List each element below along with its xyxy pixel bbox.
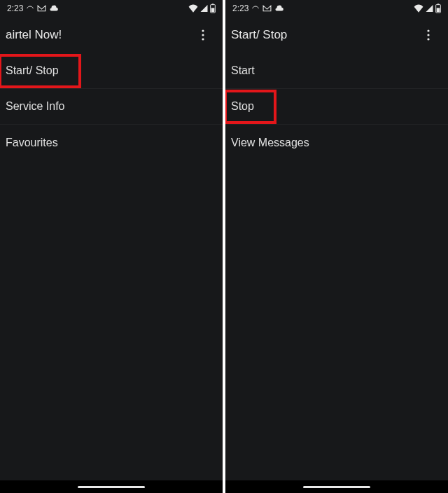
signal-icon xyxy=(425,4,434,13)
navigation-bar xyxy=(225,480,448,493)
svg-rect-2 xyxy=(211,8,215,12)
gmail-icon xyxy=(37,5,46,12)
menu-item-label: Stop xyxy=(231,100,254,113)
menu-item-view-messages[interactable]: View Messages xyxy=(225,125,448,160)
status-time: 2:23 xyxy=(7,4,23,13)
status-right xyxy=(414,4,441,13)
menu-item-service-info[interactable]: Service Info xyxy=(0,89,223,125)
more-options-button[interactable] xyxy=(192,24,214,46)
app-bar: airtel Now! xyxy=(0,17,223,53)
menu-item-label: Service Info xyxy=(6,100,64,113)
app-title: airtel Now! xyxy=(6,28,62,42)
status-bar: 2:23 xyxy=(0,0,223,17)
signal-icon xyxy=(200,4,209,13)
menu-item-stop[interactable]: Stop xyxy=(225,89,448,125)
phone-icon xyxy=(251,4,260,13)
svg-rect-8 xyxy=(437,8,440,12)
phone-icon xyxy=(26,4,34,13)
battery-icon xyxy=(435,4,441,13)
menu-item-label: Favourites xyxy=(6,137,58,149)
cloud-icon xyxy=(49,5,59,12)
menu-list: Start Stop View Messages xyxy=(225,53,448,160)
menu-item-start[interactable]: Start xyxy=(225,53,448,89)
menu-item-favourites[interactable]: Favourites xyxy=(0,125,223,160)
svg-point-10 xyxy=(427,34,429,36)
svg-point-3 xyxy=(202,29,204,32)
status-left: 2:23 xyxy=(7,4,59,13)
svg-point-4 xyxy=(202,34,204,36)
status-time: 2:23 xyxy=(232,4,248,13)
svg-rect-1 xyxy=(212,4,214,4)
svg-point-5 xyxy=(202,38,204,40)
status-right xyxy=(188,4,216,13)
more-options-button[interactable] xyxy=(417,24,440,46)
cloud-icon xyxy=(274,5,284,12)
more-vert-icon xyxy=(202,29,204,41)
menu-item-label: Start/ Stop xyxy=(6,64,59,77)
menu-list: Start/ Stop Service Info Favourites xyxy=(0,53,223,160)
phone-screen-left: 2:23 airtel Now! Start/ Stop Service Inf… xyxy=(0,0,223,493)
wifi-icon xyxy=(188,4,198,13)
app-bar: Start/ Stop xyxy=(225,17,448,53)
navigation-bar xyxy=(0,480,223,493)
wifi-icon xyxy=(414,4,424,13)
menu-item-start-stop[interactable]: Start/ Stop xyxy=(0,53,223,89)
gmail-icon xyxy=(262,5,272,12)
svg-point-11 xyxy=(427,38,429,40)
home-indicator[interactable] xyxy=(78,486,145,488)
home-indicator[interactable] xyxy=(303,486,370,488)
more-vert-icon xyxy=(427,29,430,41)
svg-point-9 xyxy=(427,29,429,32)
phone-screen-right: 2:23 Start/ Stop Start Stop View Message… xyxy=(225,0,448,493)
battery-icon xyxy=(210,4,216,13)
status-bar: 2:23 xyxy=(225,0,448,17)
menu-item-label: View Messages xyxy=(231,137,309,149)
svg-rect-7 xyxy=(438,4,440,4)
status-left: 2:23 xyxy=(232,4,284,13)
menu-item-label: Start xyxy=(231,64,255,77)
app-title: Start/ Stop xyxy=(231,28,287,42)
